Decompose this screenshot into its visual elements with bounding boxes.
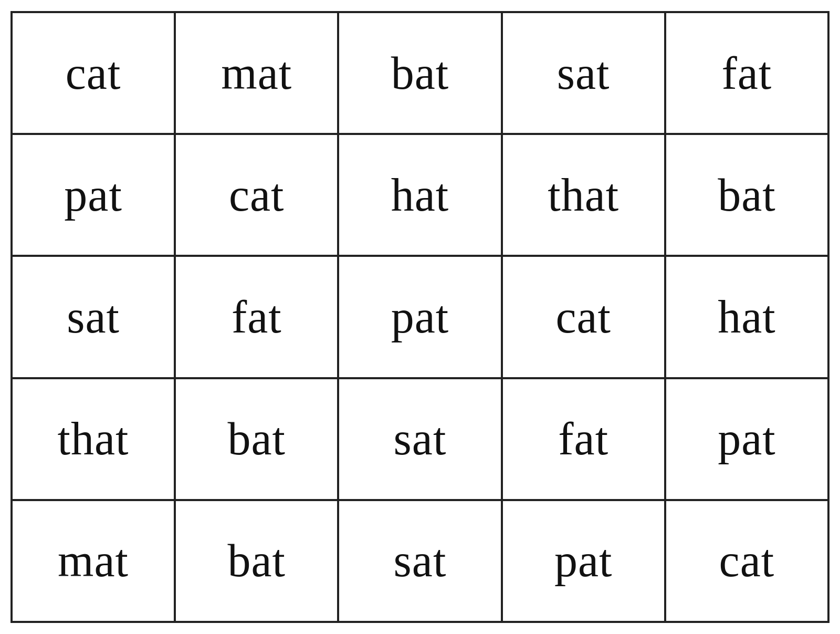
grid-cell: bat xyxy=(338,12,501,134)
grid-cell: hat xyxy=(665,256,828,378)
grid-cell: sat xyxy=(338,500,501,622)
grid-cell: bat xyxy=(665,134,828,256)
grid-cell: mat xyxy=(175,12,338,134)
word-grid: catmatbatsatfatpatcathatthatbatsatfatpat… xyxy=(10,11,830,623)
grid-cell: bat xyxy=(175,378,338,500)
grid-cell: sat xyxy=(338,378,501,500)
grid-cell: hat xyxy=(338,134,501,256)
grid-cell: bat xyxy=(175,500,338,622)
grid-cell: cat xyxy=(502,256,665,378)
grid-cell: fat xyxy=(502,378,665,500)
grid-cell: that xyxy=(502,134,665,256)
grid-cell: pat xyxy=(338,256,501,378)
grid-cell: that xyxy=(12,378,175,500)
grid-cell: pat xyxy=(665,378,828,500)
grid-cell: cat xyxy=(175,134,338,256)
grid-cell: pat xyxy=(502,500,665,622)
grid-cell: pat xyxy=(12,134,175,256)
grid-cell: fat xyxy=(175,256,338,378)
grid-cell: fat xyxy=(665,12,828,134)
grid-cell: cat xyxy=(12,12,175,134)
grid-cell: sat xyxy=(502,12,665,134)
grid-cell: sat xyxy=(12,256,175,378)
grid-cell: cat xyxy=(665,500,828,622)
grid-cell: mat xyxy=(12,500,175,622)
